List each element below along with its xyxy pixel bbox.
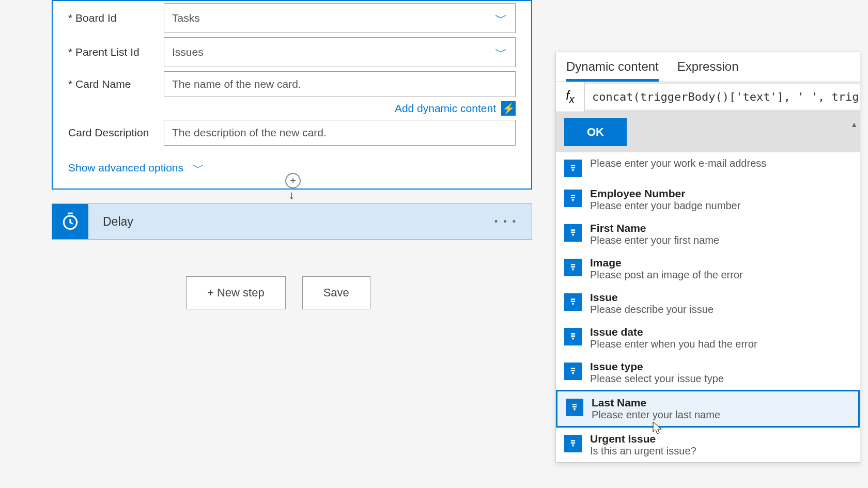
dc-item-employee-number[interactable]: Employee Number Please enter your badge …	[556, 182, 860, 217]
dc-item-desc: Please enter when you had the error	[590, 338, 851, 350]
data-field-icon	[564, 293, 582, 311]
dc-item-desc: Please enter your first name	[590, 234, 851, 246]
scroll-up-icon[interactable]: ▲	[850, 120, 858, 129]
tab-expression[interactable]: Expression	[677, 59, 739, 82]
chevron-down-icon: ﹀	[193, 160, 204, 176]
data-field-icon	[564, 190, 582, 207]
card-name-placeholder: The name of the new card.	[172, 78, 301, 90]
dynamic-content-panel: Dynamic content Expression fx concat(tri…	[555, 52, 860, 463]
dc-item-urgent-issue[interactable]: Urgent Issue Is this an urgent issue?	[556, 428, 860, 462]
arrow-down-icon: ↓	[289, 188, 295, 202]
new-step-button[interactable]: + New step	[186, 276, 286, 309]
chevron-down-icon: ﹀	[495, 10, 507, 26]
dc-item-desc: Please describe your issue	[590, 304, 851, 316]
dc-item-title: First Name	[590, 222, 851, 234]
dc-item-desc: Please enter your badge number	[590, 200, 851, 212]
card-description-label: Card Description	[68, 127, 164, 139]
delay-icon	[52, 204, 88, 239]
delay-step[interactable]: Delay • • •	[52, 203, 532, 240]
data-field-icon	[564, 363, 582, 380]
add-dynamic-content-link[interactable]: Add dynamic content	[395, 102, 496, 115]
dc-item-title: Issue	[590, 291, 851, 304]
dc-item-title: Employee Number	[590, 187, 851, 200]
add-dynamic-icon[interactable]: ⚡	[501, 101, 516, 116]
tab-dynamic-content[interactable]: Dynamic content	[566, 59, 659, 82]
dynamic-content-list[interactable]: Please enter your work e-mail address Em…	[556, 152, 860, 462]
dc-item-title: Urgent Issue	[590, 433, 851, 445]
dc-item-issue-type[interactable]: Issue type Please select your issue type	[556, 355, 860, 390]
card-name-label: Card Name	[68, 78, 164, 90]
dc-item-title: Image	[590, 257, 851, 269]
board-id-select[interactable]: Tasks ﹀	[164, 3, 516, 33]
parent-list-value: Issues	[172, 46, 204, 58]
create-card-form: Board Id Tasks ﹀ Parent List Id Issues ﹀…	[52, 0, 532, 190]
parent-list-select[interactable]: Issues ﹀	[164, 37, 516, 67]
dc-item-title: Issue date	[590, 326, 851, 338]
card-description-placeholder: The description of the new card.	[172, 127, 327, 139]
dc-item-last-name[interactable]: Last Name Please enter your last name	[556, 390, 860, 428]
expression-input[interactable]: concat(triggerBody()['text'], ' ', trigg…	[585, 84, 860, 109]
dc-item-desc: Please select your issue type	[590, 373, 851, 385]
card-description-input[interactable]: The description of the new card.	[164, 120, 516, 146]
card-name-input[interactable]: The name of the new card.	[164, 71, 516, 97]
data-field-icon	[564, 259, 582, 276]
dc-item-issue-date[interactable]: Issue date Please enter when you had the…	[556, 321, 860, 355]
dc-item-first-name[interactable]: First Name Please enter your first name	[556, 217, 860, 251]
data-field-icon	[564, 224, 582, 242]
dc-item-desc: Please post an image of the error	[590, 269, 851, 281]
fx-icon: fx	[556, 82, 585, 112]
advanced-label: Show advanced options	[68, 162, 183, 174]
data-field-icon	[564, 160, 582, 177]
dc-item-desc: Is this an urgent issue?	[590, 445, 851, 457]
chevron-down-icon: ﹀	[495, 44, 507, 60]
parent-list-label: Parent List Id	[68, 46, 164, 58]
dc-item-image[interactable]: Image Please post an image of the error	[556, 251, 860, 286]
dc-item-email[interactable]: Please enter your work e-mail address	[556, 152, 860, 182]
board-id-label: Board Id	[68, 12, 164, 24]
save-button[interactable]: Save	[302, 276, 370, 309]
dc-item-desc: Please enter your work e-mail address	[590, 158, 851, 169]
delay-title: Delay	[103, 215, 133, 229]
dc-item-desc: Please enter your last name	[592, 409, 850, 421]
data-field-icon	[564, 328, 582, 345]
dc-item-title: Last Name	[592, 397, 850, 409]
ok-button[interactable]: OK	[564, 118, 627, 146]
ellipsis-icon[interactable]: • • •	[494, 216, 517, 227]
data-field-icon	[564, 435, 582, 452]
dc-item-title: Issue type	[590, 360, 851, 373]
data-field-icon	[566, 399, 583, 416]
board-id-value: Tasks	[172, 12, 200, 24]
add-step-plus-button[interactable]: +	[285, 173, 301, 188]
dc-item-issue[interactable]: Issue Please describe your issue	[556, 286, 860, 321]
